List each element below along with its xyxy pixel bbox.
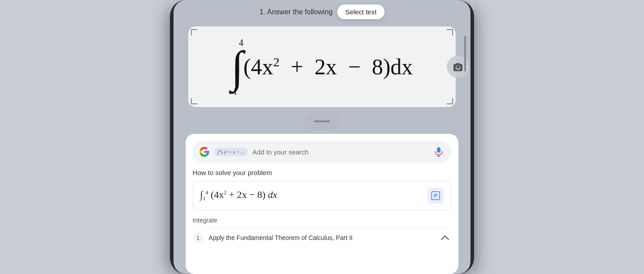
bg-left — [0, 0, 170, 274]
handle-tr — [447, 29, 453, 35]
integrate-step-1: 1 Apply the Fundamental Theorem of Calcu… — [193, 227, 452, 248]
lower-bound: 1 — [233, 86, 237, 97]
step-number-1: 1 — [193, 232, 203, 243]
expand-button[interactable] — [428, 188, 444, 204]
mic-icon — [435, 147, 443, 157]
chevron-up-icon — [441, 235, 449, 240]
math-formula-small: ∫14 (4x2 + 2x − 8) dx — [200, 189, 277, 202]
phone-scrollbar[interactable] — [464, 36, 466, 72]
mic-button[interactable] — [432, 146, 445, 158]
search-pill-text: ∫⁴₁ x² + x − ... — [218, 149, 245, 155]
search-bar[interactable]: ∫⁴₁ x² + x − ... Add to your search — [193, 141, 452, 163]
search-input[interactable]: Add to your search — [252, 148, 432, 156]
handle-tl — [191, 29, 197, 35]
phone: 1. Answer the following Select text 4 ∫ … — [170, 0, 474, 274]
drag-handle[interactable] — [304, 112, 340, 130]
math-display-area: 4 ∫ 1 (4x2 + 2x − 8)dx — [188, 26, 456, 107]
top-bar: 1. Answer the following Select text — [174, 0, 470, 23]
question-text: 1. Answer the following — [259, 8, 333, 16]
scene: 1. Answer the following Select text 4 ∫ … — [0, 0, 644, 274]
bg-right — [474, 0, 644, 274]
how-to-solve-label: How to solve your problem — [193, 169, 452, 176]
search-pill: ∫⁴₁ x² + x − ... — [214, 148, 248, 156]
formula-display: ∫14 (4x2 + 2x − 8) dx — [200, 189, 277, 200]
math-card: ∫14 (4x2 + 2x − 8) dx — [193, 181, 452, 210]
camera-icon — [453, 62, 463, 71]
chevron-up-button[interactable] — [439, 231, 451, 244]
math-formula-large: 4 ∫ 1 (4x2 + 2x − 8)dx — [231, 37, 413, 97]
google-logo — [199, 146, 210, 157]
step-text-1: Apply the Fundamental Theorem of Calculu… — [209, 234, 434, 241]
expand-icon — [431, 191, 440, 200]
bottom-sheet: ∫⁴₁ x² + x − ... Add to your search — [186, 134, 459, 274]
phone-screen: 1. Answer the following Select text 4 ∫ … — [174, 0, 470, 274]
drag-handle-line — [314, 120, 330, 122]
integrate-label: Integrate — [193, 217, 452, 224]
svg-rect-0 — [437, 147, 441, 153]
select-text-button[interactable]: Select text — [337, 4, 385, 19]
integral-symbol: ∫ — [231, 48, 243, 86]
handle-br — [447, 98, 453, 104]
handle-bl — [191, 98, 197, 104]
math-expression: (4x2 + 2x − 8)dx — [243, 53, 413, 80]
